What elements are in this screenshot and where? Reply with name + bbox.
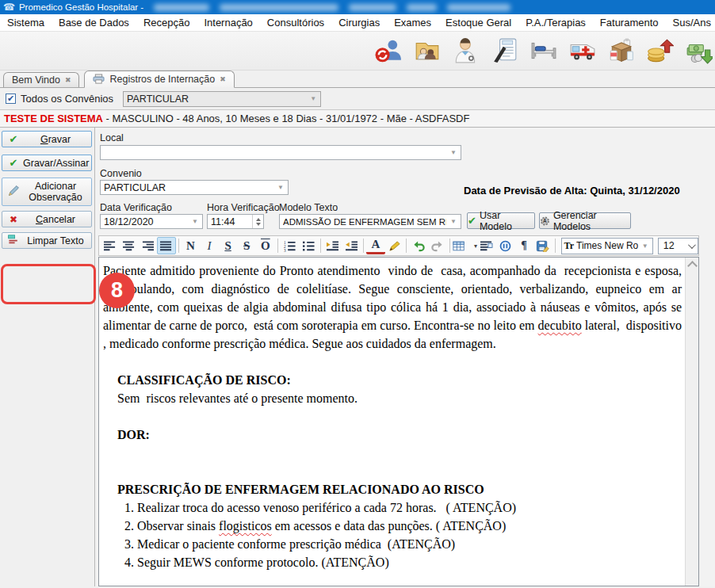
editor-line: 3. Medicar o paciente conforme prescriçã… bbox=[103, 535, 682, 553]
save-text-icon[interactable] bbox=[533, 237, 552, 254]
local-select[interactable]: ▼ bbox=[100, 145, 461, 160]
font-size-select[interactable]: 12 bbox=[658, 238, 698, 254]
menu-item[interactable]: Faturamento bbox=[593, 14, 666, 31]
pilcrow-icon[interactable]: ¶ bbox=[514, 237, 533, 254]
gerenciar-modelos-button[interactable]: A Gerenciar Modelos bbox=[539, 212, 631, 229]
cross-icon: ✖ bbox=[6, 214, 21, 225]
modelo-texto-select[interactable]: ADMISSÃO DE ENFERMAGEM SEM RISCOS ▼ bbox=[279, 214, 461, 229]
pharmacy-stock-icon[interactable] bbox=[607, 36, 636, 65]
spinner-down-icon[interactable] bbox=[256, 223, 261, 226]
chevron-down-icon: ▼ bbox=[306, 95, 320, 102]
special-symbol-icon[interactable] bbox=[496, 237, 515, 254]
tab-bem-vindo[interactable]: Bem Vindo ✖ bbox=[3, 72, 79, 87]
font-family-select[interactable]: Tr Times New Roman ▼ bbox=[561, 238, 653, 254]
highlight-icon[interactable] bbox=[385, 237, 404, 254]
redo-icon[interactable] bbox=[428, 237, 447, 254]
medical-record-icon[interactable] bbox=[491, 36, 519, 65]
editor-line bbox=[103, 353, 682, 371]
gear-icon: A bbox=[540, 216, 550, 227]
convenio-filter-row: ✔ Todos os Convênios PARTICULAR ▼ bbox=[0, 88, 715, 109]
bullet-list-icon[interactable] bbox=[299, 237, 318, 254]
chevron-down-icon: ▼ bbox=[638, 242, 652, 250]
adicionar-observacao-button[interactable]: Adicionar Observação bbox=[2, 178, 92, 206]
main-toolbar bbox=[0, 32, 715, 71]
overline-icon[interactable]: O bbox=[256, 237, 275, 254]
scroll-up-icon[interactable] bbox=[689, 261, 695, 267]
chevron-down-icon: ▼ bbox=[446, 149, 461, 156]
align-left-icon[interactable] bbox=[101, 237, 120, 254]
editor-scrollbar[interactable] bbox=[685, 258, 698, 586]
patients-folder-icon[interactable] bbox=[413, 36, 442, 65]
align-right-icon[interactable] bbox=[138, 237, 157, 254]
bold-icon[interactable]: N bbox=[182, 237, 201, 254]
menu-item[interactable]: Cirurgias bbox=[331, 14, 387, 31]
menu-item[interactable]: Recepção bbox=[136, 14, 197, 31]
gravar-assinar-button[interactable]: ✔ Gravar/Assinar bbox=[2, 155, 92, 171]
spinner-up-icon[interactable] bbox=[256, 218, 261, 221]
indent-decrease-icon[interactable] bbox=[342, 237, 361, 254]
rich-text-editor[interactable]: Paciente admitido proveniente do Pronto … bbox=[98, 257, 699, 586]
menu-item[interactable]: Sus/Ans bbox=[666, 14, 715, 31]
align-center-icon[interactable] bbox=[120, 237, 139, 254]
gravar-button[interactable]: ✔ Gravar bbox=[2, 131, 92, 147]
tab-registros-internacao[interactable]: Registros de Internação ✖ bbox=[84, 71, 234, 88]
tab-label: Bem Vindo bbox=[12, 74, 60, 86]
menu-item[interactable]: P.A./Terapias bbox=[518, 14, 593, 31]
action-sidebar: ✔ Gravar ✔ Gravar/Assinar Adicionar Obse… bbox=[0, 128, 95, 586]
doctor-icon[interactable] bbox=[452, 36, 480, 65]
menu-item[interactable]: Consultórios bbox=[260, 14, 331, 31]
editor-line bbox=[103, 407, 682, 426]
indent-increase-icon[interactable] bbox=[323, 237, 342, 254]
data-verificacao-select[interactable]: 18/12/2020 ▼ bbox=[100, 214, 203, 229]
insert-table-icon[interactable]: ▾ bbox=[453, 237, 478, 254]
close-icon[interactable]: ✖ bbox=[220, 75, 226, 83]
limpar-texto-button[interactable]: Limpar Texto bbox=[2, 232, 92, 249]
close-icon[interactable]: ✖ bbox=[65, 76, 71, 84]
chevron-down-icon: ▼ bbox=[188, 218, 202, 225]
expense-down-icon[interactable] bbox=[685, 36, 713, 65]
numbered-list-icon[interactable]: 123 bbox=[281, 237, 300, 254]
todos-convenios-checkbox[interactable]: ✔ bbox=[6, 94, 16, 104]
convenio-value: PARTICULAR bbox=[104, 182, 166, 193]
hospital-bed-icon[interactable] bbox=[530, 36, 558, 65]
italic-icon[interactable]: I bbox=[200, 237, 219, 254]
convenio-select[interactable]: PARTICULAR ▼ bbox=[100, 180, 289, 195]
svg-text:A: A bbox=[543, 218, 547, 223]
align-justify-icon[interactable] bbox=[157, 237, 176, 254]
hora-verificacao-input[interactable]: 11:44 bbox=[207, 214, 264, 229]
font-color-icon[interactable]: A bbox=[366, 237, 385, 254]
menu-item[interactable]: Base de Dados bbox=[52, 14, 136, 31]
annotation-step-badge: 8 bbox=[99, 273, 135, 308]
undo-icon[interactable] bbox=[409, 237, 428, 254]
strikethrough-icon[interactable]: S bbox=[237, 237, 256, 254]
revenue-up-icon[interactable] bbox=[646, 36, 675, 65]
menu-item[interactable]: Internação bbox=[197, 14, 259, 31]
menu-item[interactable]: Estoque Geral bbox=[438, 14, 518, 31]
paragraph-format-icon[interactable] bbox=[477, 237, 496, 254]
pencil-icon bbox=[6, 184, 21, 200]
editor-line: 4. Seguir MEWS conforme protocolo. (ATEN… bbox=[103, 553, 682, 571]
convenio-filter-select[interactable]: PARTICULAR ▼ bbox=[123, 91, 321, 107]
check-icon: ✔ bbox=[6, 157, 21, 169]
patient-name: TESTE DE SISTEMA bbox=[4, 113, 103, 124]
font-size-value: 12 bbox=[663, 240, 675, 251]
editor-line: CLASSIFICAÇÃO DE RISCO: bbox=[103, 371, 682, 389]
ambulance-icon[interactable] bbox=[568, 36, 597, 65]
cancelar-button[interactable]: ✖ Cancelar bbox=[2, 211, 92, 227]
local-label: Local bbox=[100, 132, 124, 143]
usar-modelo-button[interactable]: ✔ Usar Modelo bbox=[467, 212, 535, 229]
menu-item[interactable]: Exames bbox=[387, 14, 438, 31]
redacted-text bbox=[407, 4, 437, 11]
button-label: Gravar bbox=[23, 134, 88, 145]
editor-line bbox=[103, 571, 682, 586]
time-spinner[interactable] bbox=[252, 215, 263, 228]
convenio-filter-value: PARTICULAR bbox=[127, 94, 189, 105]
menu-item[interactable]: Sistema bbox=[0, 14, 52, 31]
chevron-down-icon bbox=[688, 241, 696, 249]
editor-content[interactable]: Paciente admitido proveniente do Pronto … bbox=[99, 258, 685, 586]
underline-icon[interactable]: S bbox=[219, 237, 238, 254]
sync-users-icon[interactable] bbox=[374, 36, 403, 65]
editor-line: Sem riscos relevantes até o presente mom… bbox=[103, 389, 682, 407]
todos-convenios-label: Todos os Convênios bbox=[21, 93, 113, 105]
misspelled-word: flogisticos bbox=[219, 519, 272, 533]
